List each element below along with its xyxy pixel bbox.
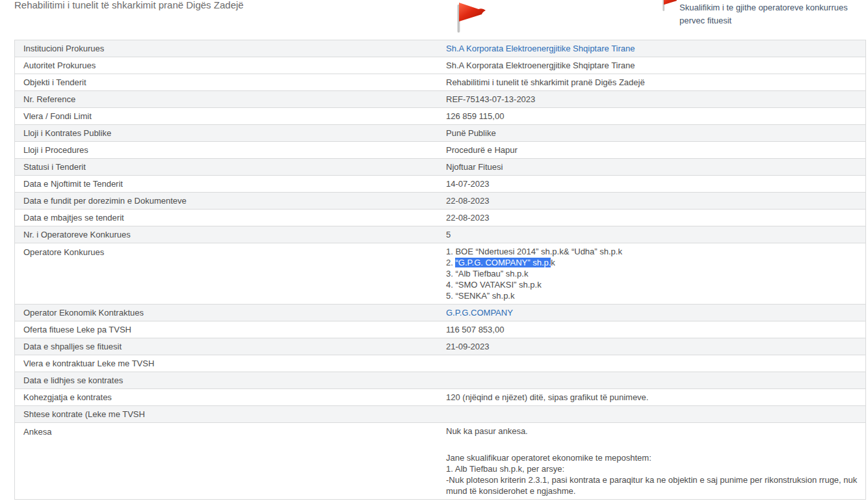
table-row-autoritet: Autoritet Prokurues Sh.A Korporata Elekt… xyxy=(15,57,865,74)
table-row-data-fundit: Data e fundit per dorezimin e Dokumentev… xyxy=(15,193,865,210)
row-value: 120 (njëqind e njëzet) ditë, sipas grafi… xyxy=(446,392,865,402)
row-value: Punë Publike xyxy=(446,128,865,138)
page-title: Rehabilitimi i tunelit të shkarkimit pra… xyxy=(14,0,244,11)
row-label: Data e shpalljes se fituesit xyxy=(15,342,446,351)
row-label: Nr. i Operatoreve Konkurues xyxy=(15,230,446,239)
table-row-nr-operatoreve: Nr. i Operatoreve Konkurues 5 xyxy=(15,226,865,243)
contractor-link[interactable]: G.P.G.COMPANY xyxy=(446,308,513,318)
table-row-oferta-fituese: Oferta fituese Leke pa TVSH 116 507 853,… xyxy=(15,321,865,338)
row-value: 126 859 115,00 xyxy=(446,111,865,121)
table-row-data-mbajtjes: Data e mbajtjes se tenderit 22-08-2023 xyxy=(15,210,865,226)
table-row-institucioni: Institucioni Prokurues Sh.A Korporata El… xyxy=(15,40,865,57)
row-label: Data e fundit per dorezimin e Dokumentev… xyxy=(15,196,446,206)
disqualification-note: Skualifikim i te gjithe operatoreve konk… xyxy=(679,1,855,27)
blank-line xyxy=(446,437,858,452)
competitors-list: 1. BOE “Ndertuesi 2014” sh.p.k& “Udha” s… xyxy=(446,246,865,301)
table-row-kohezgjatja: Kohezgjatja e kontrates 120 (njëqind e n… xyxy=(15,389,865,406)
row-value: 14-07-2023 xyxy=(446,179,865,189)
complaint-line: 1. Alb Tiefbau sh.p.k, per arsye: xyxy=(446,463,858,474)
row-value: 5 xyxy=(446,230,865,239)
row-label: Operator Ekonomik Kontraktues xyxy=(15,308,446,318)
table-row-operator-kontraktues: Operator Ekonomik Kontraktues G.P.G.COMP… xyxy=(15,305,865,321)
row-label: Kohezgjatja e kontrates xyxy=(15,392,446,402)
row-value: 21-09-2023 xyxy=(446,342,865,351)
row-label: Operatore Konkurues xyxy=(15,246,446,257)
table-row-operatore-konkurues: Operatore Konkurues 1. BOE “Ndertuesi 20… xyxy=(15,243,865,305)
row-label: Nr. Reference xyxy=(15,94,446,104)
row-label: Vlera / Fondi Limit xyxy=(15,111,446,121)
row-label: Lloji i Kontrates Publike xyxy=(15,128,446,138)
table-row-shtese-kontrate: Shtese kontrate (Leke me TVSH xyxy=(15,406,865,423)
row-label: Oferta fituese Leke pa TVSH xyxy=(15,325,446,334)
red-flag-icon xyxy=(661,0,680,12)
row-value: Rehabilitimi i tunelit të shkarkimit pra… xyxy=(446,77,865,87)
tender-detail-page: Rehabilitimi i tunelit të shkarkimit pra… xyxy=(0,0,868,503)
table-row-lloji-kontrates: Lloji i Kontrates Publike Punë Publike xyxy=(15,125,865,142)
competitor-item: 1. BOE “Ndertuesi 2014” sh.p.k& “Udha” s… xyxy=(446,246,858,257)
row-value: REF-75143-07-13-2023 xyxy=(446,94,865,104)
row-label: Autoritet Prokurues xyxy=(15,61,446,70)
row-label: Lloji i Procedures xyxy=(15,145,446,155)
competitor-item: 4. “SMO VATAKSI” sh.p.k xyxy=(446,279,858,290)
table-row-objekti: Objekti i Tenderit Rehabilitimi i tuneli… xyxy=(15,74,865,91)
table-row-data-shpalljes: Data e shpalljes se fituesit 21-09-2023 xyxy=(15,338,865,355)
row-label: Vlera e kontraktuar Leke me TVSH xyxy=(15,359,446,368)
table-row-statusi: Statusi i Tenderit Njoftuar Fituesi xyxy=(15,159,865,176)
row-label: Data e Njoftimit te Tenderit xyxy=(15,179,446,189)
table-row-lloji-procedures: Lloji i Procedures Procedurë e Hapur xyxy=(15,142,865,159)
institution-link[interactable]: Sh.A Korporata Elektroenergjitike Shqipt… xyxy=(446,44,635,53)
table-row-data-lidhjes: Data e lidhjes se kontrates xyxy=(15,372,865,389)
row-value: Procedurë e Hapur xyxy=(446,145,865,155)
competitor-suffix: k xyxy=(551,258,555,267)
selected-text: “G.P.G. COMPANY” sh.p. xyxy=(455,258,551,267)
complaints-text: Nuk ka pasur ankesa. Jane skualifikuar o… xyxy=(446,426,865,496)
complaint-line: Jane skualifikuar operatoret ekonomike t… xyxy=(446,452,858,463)
row-value: Njoftuar Fituesi xyxy=(446,162,865,172)
complaint-line: Nuk ka pasur ankesa. xyxy=(446,426,858,437)
row-label: Objekti i Tenderit xyxy=(15,77,446,87)
row-label: Ankesa xyxy=(15,426,446,437)
table-row-data-njoftimit: Data e Njoftimit te Tenderit 14-07-2023 xyxy=(15,176,865,193)
competitor-item: 2. “G.P.G. COMPANY” sh.p.k xyxy=(446,257,858,268)
competitor-item: 5. “SENKA” sh.p.k xyxy=(446,290,858,301)
competitor-prefix: 2. xyxy=(446,258,455,267)
row-value: 22-08-2023 xyxy=(446,213,865,223)
row-label: Shtese kontrate (Leke me TVSH xyxy=(15,409,446,419)
row-label: Institucioni Prokurues xyxy=(15,44,446,53)
row-value: Sh.A Korporata Elektroenergjitike Shqipt… xyxy=(446,61,865,70)
tender-info-table: Institucioni Prokurues Sh.A Korporata El… xyxy=(14,40,866,500)
complaint-line: -Nuk ploteson kriterin 2.3.1, pasi kontr… xyxy=(446,474,858,496)
table-row-reference: Nr. Reference REF-75143-07-13-2023 xyxy=(15,91,865,108)
table-row-ankesa: Ankesa Nuk ka pasur ankesa. Jane skualif… xyxy=(15,423,865,500)
row-label: Data e mbajtjes se tenderit xyxy=(15,213,446,223)
row-label: Data e lidhjes se kontrates xyxy=(15,375,446,385)
row-label: Statusi i Tenderit xyxy=(15,162,446,172)
competitor-item: 3. “Alb Tiefbau” sh.p.k xyxy=(446,268,858,279)
table-row-vlera-kontraktuar: Vlera e kontraktuar Leke me TVSH xyxy=(15,355,865,372)
table-row-fondi-limit: Vlera / Fondi Limit 126 859 115,00 xyxy=(15,108,865,125)
red-flag-icon xyxy=(454,1,488,34)
row-value: 22-08-2023 xyxy=(446,196,865,206)
row-value: 116 507 853,00 xyxy=(446,325,865,334)
